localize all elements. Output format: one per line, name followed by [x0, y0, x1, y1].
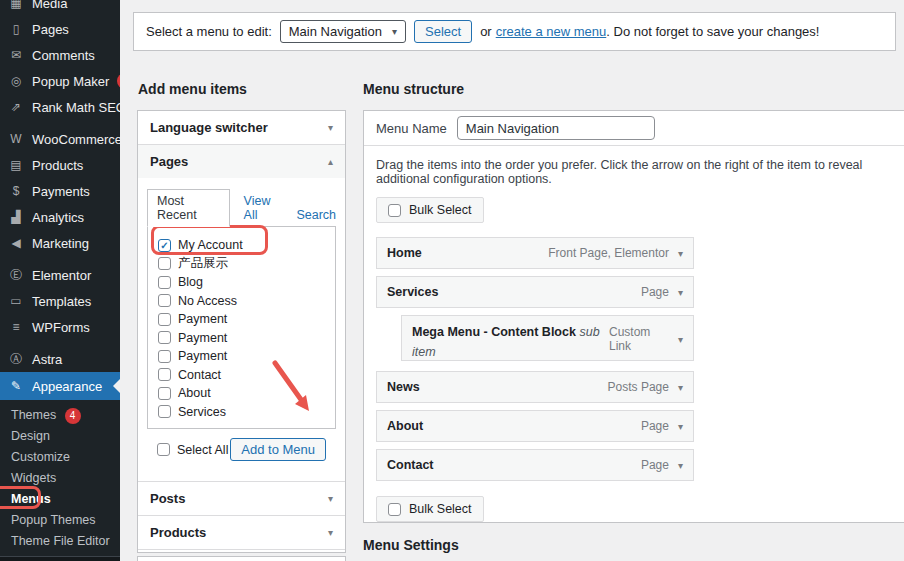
sidebar-item-comments[interactable]: ✉ Comments [0, 42, 120, 68]
menu-item-news[interactable]: News Posts Page ▾ [376, 371, 694, 403]
bulk-select-bottom[interactable]: Bulk Select [376, 496, 484, 522]
menu-name-input[interactable] [457, 116, 655, 140]
menu-select-dropdown[interactable]: Main Navigation ▾ [280, 20, 406, 43]
sidebar-item-widgets[interactable]: Widgets [0, 468, 120, 489]
sidebar-item-appearance[interactable]: ✎ Appearance [0, 372, 120, 400]
page-checkbox-no-access[interactable]: No Access [148, 292, 335, 311]
submenu-label: Menus [11, 492, 51, 506]
sidebar-item-marketing[interactable]: ◀ Marketing [0, 230, 120, 256]
sidebar-item-label: WooCommerce [32, 132, 120, 147]
add-to-menu-button[interactable]: Add to Menu [230, 438, 326, 461]
accordion-language-switcher[interactable]: Language switcher ▾ [138, 111, 345, 144]
add-menu-items-heading: Add menu items [138, 81, 247, 97]
accordion-label: Language switcher [150, 120, 268, 135]
sidebar-item-label: Pages [32, 22, 69, 37]
page-checkbox-about[interactable]: About [148, 384, 335, 403]
wpforms-icon: ≡ [8, 320, 24, 334]
menu-item-about[interactable]: About Page ▾ [376, 410, 694, 442]
sidebar-item-customize[interactable]: Customize [0, 447, 120, 468]
sidebar-item-templates[interactable]: ▭ Templates [0, 288, 120, 314]
chevron-down-icon[interactable]: ▾ [678, 460, 683, 471]
page-checkbox-payment[interactable]: Payment [148, 310, 335, 329]
marketing-icon: ◀ [8, 236, 24, 250]
checkbox-icon[interactable] [388, 204, 401, 217]
chevron-down-icon[interactable]: ▾ [678, 248, 683, 259]
payments-icon: $ [8, 184, 24, 198]
chevron-down-icon: ▾ [392, 26, 397, 37]
accordion-products[interactable]: Products ▾ [138, 516, 345, 549]
bulk-select-top[interactable]: Bulk Select [376, 197, 484, 223]
chevron-down-icon[interactable]: ▾ [328, 122, 333, 133]
sidebar-item-themes[interactable]: Themes 4 [0, 405, 120, 426]
menu-item-services[interactable]: Services Page ▾ [376, 276, 694, 308]
sidebar-item-woocommerce[interactable]: W WooCommerce [0, 126, 120, 152]
checkbox-icon[interactable] [158, 276, 171, 289]
checkbox-icon[interactable] [388, 503, 401, 516]
comments-icon: ✉ [8, 48, 24, 62]
sidebar-item-label: WPForms [32, 320, 90, 335]
save-changes-text: . Do not forget to save your changes! [606, 24, 819, 39]
chevron-up-icon[interactable]: ▴ [328, 156, 333, 167]
checkbox-checked-icon[interactable]: ✓ [158, 239, 171, 252]
sidebar-item-wpforms[interactable]: ≡ WPForms [0, 314, 120, 340]
chevron-down-icon[interactable]: ▾ [328, 493, 333, 504]
tab-most-recent[interactable]: Most Recent [147, 189, 230, 227]
checkbox-icon[interactable] [158, 350, 171, 363]
create-new-menu-link[interactable]: create a new menu [496, 24, 607, 39]
checkbox-icon[interactable] [158, 387, 171, 400]
sidebar-item-label: Appearance [32, 379, 102, 394]
sidebar-item-design[interactable]: Design [0, 426, 120, 447]
add-menu-items-panel: Language switcher ▾ Pages ▴ Most Recent … [137, 110, 346, 553]
tab-search[interactable]: Search [296, 208, 336, 227]
page-checkbox-payment[interactable]: Payment [148, 329, 335, 348]
checkbox-icon[interactable] [158, 294, 171, 307]
sidebar-item-theme-file-editor[interactable]: Theme File Editor [0, 531, 120, 552]
page-checkbox-my-account[interactable]: ✓ My Account [148, 236, 335, 255]
elementor-icon: Ⓔ [8, 267, 24, 284]
chevron-down-icon[interactable]: ▾ [678, 287, 683, 298]
checkbox-icon[interactable] [158, 331, 171, 344]
checkbox-icon[interactable] [158, 368, 171, 381]
chevron-down-icon[interactable]: ▾ [678, 334, 683, 345]
menu-item-type: Page [641, 458, 669, 472]
tab-view-all[interactable]: View All [244, 194, 283, 227]
menu-item-mega-menu-content-block[interactable]: Mega Menu - Content Block sub item Custo… [401, 315, 694, 361]
sidebar-item-rank-math-seo[interactable]: ⇗ Rank Math SEO [0, 94, 120, 120]
menu-select-value: Main Navigation [289, 24, 382, 39]
sidebar-item-label: Analytics [32, 210, 84, 225]
sidebar-item-analytics[interactable]: ▟ Analytics [0, 204, 120, 230]
sidebar-item-popup-themes[interactable]: Popup Themes [0, 510, 120, 531]
select-all-control[interactable]: Select All [157, 443, 228, 457]
page-checkbox-product-display[interactable]: 产品展示 [148, 255, 335, 274]
page-checkbox-services[interactable]: Services [148, 403, 335, 422]
sidebar-item-elementor[interactable]: Ⓔ Elementor [0, 262, 120, 288]
menu-name-row: Menu Name [364, 111, 904, 146]
checkbox-icon[interactable] [158, 313, 171, 326]
accordion-posts[interactable]: Posts ▾ [138, 482, 345, 515]
chevron-down-icon[interactable]: ▾ [328, 527, 333, 538]
page-checkbox-contact[interactable]: Contact [148, 366, 335, 385]
page-checkbox-payment[interactable]: Payment [148, 347, 335, 366]
menu-item-home[interactable]: Home Front Page, Elementor ▾ [376, 237, 694, 269]
bulk-select-label: Bulk Select [409, 203, 472, 217]
sidebar-item-payments[interactable]: $ Payments [0, 178, 120, 204]
menu-item-contact[interactable]: Contact Page ▾ [376, 449, 694, 481]
chevron-down-icon[interactable]: ▾ [678, 382, 683, 393]
select-all-label: Select All [177, 443, 228, 457]
menu-name-label: Menu Name [376, 121, 447, 136]
accordion-pages[interactable]: Pages ▴ [138, 145, 345, 178]
sidebar-item-popup-maker[interactable]: ◎ Popup Maker 1 [0, 68, 120, 94]
select-button[interactable]: Select [414, 20, 472, 43]
sidebar-item-products[interactable]: ▤ Products [0, 152, 120, 178]
sidebar-item-pages[interactable]: ▯ Pages [0, 16, 120, 42]
checkbox-icon[interactable] [157, 443, 170, 456]
page-checkbox-blog[interactable]: Blog [148, 273, 335, 292]
sidebar-item-astra[interactable]: Ⓐ Astra [0, 346, 120, 372]
checkbox-label: Contact [178, 368, 221, 382]
sidebar-item-menus[interactable]: Menus [0, 489, 120, 510]
chevron-down-icon[interactable]: ▾ [678, 421, 683, 432]
sidebar-item-label: Payments [32, 184, 90, 199]
checkbox-icon[interactable] [158, 257, 171, 270]
sidebar-item-media[interactable]: ▦ Media [0, 0, 120, 16]
checkbox-icon[interactable] [158, 405, 171, 418]
